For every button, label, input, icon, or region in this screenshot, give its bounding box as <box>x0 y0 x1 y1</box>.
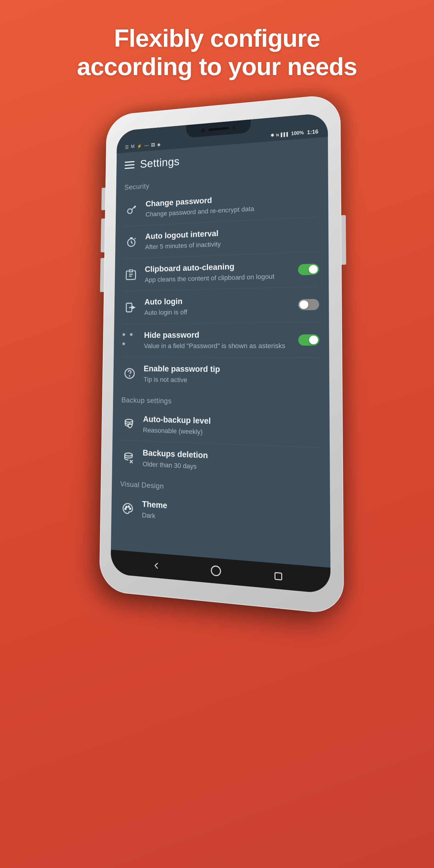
status-icon-image: 🖼 <box>151 142 155 147</box>
status-icons-left: ☰ M ⚡ — 🖼 ◉ <box>125 130 161 150</box>
password-tip-subtitle: Tip is not active <box>144 375 319 386</box>
auto-logout-text: Auto logout interval After 5 minutes of … <box>145 224 319 251</box>
status-icon-minus: — <box>144 143 149 148</box>
auto-login-toggle[interactable] <box>298 299 319 310</box>
phone-screen: ☰ M ⚡ — 🖼 ◉ ✱ N ▌▌▌ 100% 1:16 <box>111 113 331 594</box>
notch <box>186 119 251 138</box>
home-button[interactable] <box>208 562 224 579</box>
status-icon-menu: ☰ <box>125 144 129 150</box>
settings-item-hide-password[interactable]: * * * Hide password Value in a field "Pa… <box>114 322 329 357</box>
side-button-volume-up <box>101 187 105 210</box>
asterisk-icon: * * * <box>122 332 138 348</box>
side-button-power <box>341 215 346 265</box>
palette-icon <box>120 499 135 517</box>
sensor <box>232 126 236 129</box>
side-button-volume-down <box>101 218 105 252</box>
side-button-extra <box>100 258 104 292</box>
status-icon-gmail: M <box>131 144 134 149</box>
svg-point-5 <box>129 375 130 376</box>
svg-rect-13 <box>275 572 281 580</box>
svg-point-12 <box>211 566 220 576</box>
password-tip-title: Enable password tip <box>144 364 320 375</box>
time-display: 1:16 <box>307 128 318 135</box>
nfc-icon: N <box>276 132 279 137</box>
svg-point-0 <box>127 209 132 213</box>
svg-point-8 <box>125 508 126 509</box>
question-icon <box>122 365 138 382</box>
settings-item-auto-login[interactable]: Auto login Auto login is off <box>114 287 329 324</box>
hide-password-toggle-knob <box>309 336 318 344</box>
status-icon-instagram: ◉ <box>157 142 161 147</box>
battery-text: 100% <box>291 130 304 136</box>
auto-login-title: Auto login <box>144 294 291 307</box>
settings-item-password-tip[interactable]: Enable password tip Tip is not active <box>113 357 330 393</box>
svg-point-7 <box>125 453 132 456</box>
auto-login-subtitle: Auto login is off <box>144 306 291 317</box>
svg-point-10 <box>128 506 130 507</box>
clipboard-icon <box>123 266 138 283</box>
password-tip-text: Enable password tip Tip is not active <box>144 364 319 386</box>
back-button[interactable] <box>149 557 164 574</box>
signal-icon: ▌▌▌ <box>281 132 289 137</box>
auto-backup-text: Auto-backup level Reasonable (weekly) <box>143 414 320 440</box>
phone-shell: ☰ M ⚡ — 🖼 ◉ ✱ N ▌▌▌ 100% 1:16 <box>99 93 344 615</box>
database-refresh-icon <box>121 415 137 432</box>
clipboard-toggle[interactable] <box>298 264 319 275</box>
auto-login-toggle-knob <box>299 300 308 309</box>
clipboard-text: Clipboard auto-cleaning App cleans the c… <box>145 259 291 284</box>
headline-text: Flexibly configure according to your nee… <box>53 24 381 81</box>
theme-text: Theme Dark <box>142 499 320 532</box>
hide-password-title: Hide password <box>144 329 291 340</box>
auto-login-text: Auto login Auto login is off <box>144 294 291 317</box>
hide-password-toggle[interactable] <box>299 334 319 345</box>
phone-mockup: ☰ M ⚡ — 🖼 ◉ ✱ N ▌▌▌ 100% 1:16 <box>99 93 344 615</box>
front-camera <box>201 128 205 132</box>
key-icon <box>124 201 140 218</box>
login-icon <box>123 299 138 315</box>
earpiece <box>209 127 229 130</box>
recent-apps-button[interactable] <box>270 567 286 585</box>
status-icon-usb: ⚡ <box>137 143 142 149</box>
bluetooth-icon: ✱ <box>271 133 274 138</box>
timer-icon <box>124 234 139 250</box>
svg-rect-2 <box>129 270 133 272</box>
clipboard-toggle-knob <box>309 265 318 273</box>
app-title: Settings <box>140 155 180 170</box>
database-delete-icon <box>121 449 136 466</box>
svg-point-6 <box>125 419 133 423</box>
svg-point-9 <box>126 506 127 507</box>
hide-password-subtitle: Value in a field "Password" is shown as … <box>144 341 291 350</box>
settings-content[interactable]: Security Change password Change passwo <box>111 164 330 567</box>
status-icons-right: ✱ N ▌▌▌ 100% 1:16 <box>271 116 318 138</box>
headline-container: Flexibly configure according to your nee… <box>53 0 381 81</box>
backups-deletion-text: Backups deletion Older than 30 days <box>143 447 320 477</box>
svg-point-11 <box>129 507 131 509</box>
change-password-text: Change password Change password and re-e… <box>146 189 319 219</box>
hamburger-button[interactable] <box>125 161 135 169</box>
hide-password-text: Hide password Value in a field "Password… <box>144 329 291 350</box>
